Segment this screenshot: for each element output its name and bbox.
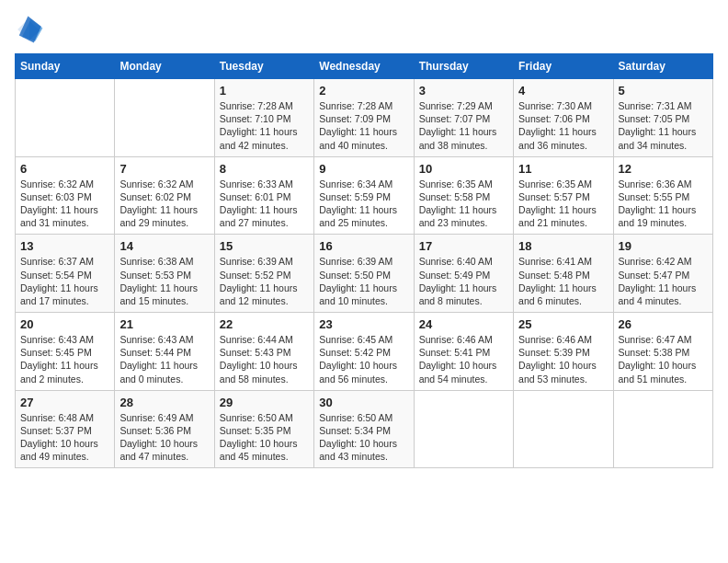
calendar-cell: [414, 390, 513, 468]
day-info: Sunrise: 6:46 AM Sunset: 5:39 PM Dayligh…: [518, 333, 608, 385]
calendar-cell: 5Sunrise: 7:31 AM Sunset: 7:05 PM Daylig…: [613, 79, 712, 157]
day-number: 15: [220, 239, 309, 253]
day-info: Sunrise: 6:44 AM Sunset: 5:43 PM Dayligh…: [220, 333, 309, 385]
day-info: Sunrise: 6:50 AM Sunset: 5:35 PM Dayligh…: [220, 411, 309, 464]
day-info: Sunrise: 6:42 AM Sunset: 5:47 PM Dayligh…: [619, 255, 708, 307]
day-info: Sunrise: 7:29 AM Sunset: 7:07 PM Dayligh…: [419, 99, 508, 152]
calendar-cell: [613, 390, 712, 468]
day-number: 9: [319, 162, 408, 176]
calendar-cell: 27Sunrise: 6:48 AM Sunset: 5:37 PM Dayli…: [16, 390, 115, 468]
calendar-cell: 19Sunrise: 6:42 AM Sunset: 5:47 PM Dayli…: [613, 235, 712, 313]
calendar-cell: 26Sunrise: 6:47 AM Sunset: 5:38 PM Dayli…: [613, 313, 712, 391]
calendar-cell: 29Sunrise: 6:50 AM Sunset: 5:35 PM Dayli…: [214, 390, 313, 468]
page-header: [15, 15, 713, 44]
day-number: 5: [619, 84, 708, 98]
calendar-cell: 14Sunrise: 6:38 AM Sunset: 5:53 PM Dayli…: [115, 235, 214, 313]
day-info: Sunrise: 7:30 AM Sunset: 7:06 PM Dayligh…: [518, 99, 608, 152]
calendar-cell: 3Sunrise: 7:29 AM Sunset: 7:07 PM Daylig…: [414, 79, 513, 157]
calendar-cell: 4Sunrise: 7:30 AM Sunset: 7:06 PM Daylig…: [514, 79, 613, 157]
day-info: Sunrise: 6:37 AM Sunset: 5:54 PM Dayligh…: [20, 255, 109, 307]
day-info: Sunrise: 6:32 AM Sunset: 6:03 PM Dayligh…: [20, 178, 109, 230]
day-number: 1: [220, 84, 309, 98]
day-number: 14: [119, 239, 209, 253]
day-info: Sunrise: 6:40 AM Sunset: 5:49 PM Dayligh…: [419, 255, 508, 307]
day-number: 20: [20, 317, 109, 331]
calendar-cell: 17Sunrise: 6:40 AM Sunset: 5:49 PM Dayli…: [414, 235, 513, 313]
day-info: Sunrise: 6:48 AM Sunset: 5:37 PM Dayligh…: [20, 411, 109, 464]
day-number: 19: [619, 239, 708, 253]
day-number: 21: [119, 317, 209, 331]
calendar-cell: 12Sunrise: 6:36 AM Sunset: 5:55 PM Dayli…: [613, 156, 712, 235]
calendar-cell: 9Sunrise: 6:34 AM Sunset: 5:59 PM Daylig…: [314, 156, 414, 235]
calendar-week-5: 27Sunrise: 6:48 AM Sunset: 5:37 PM Dayli…: [16, 390, 713, 468]
day-number: 3: [419, 84, 508, 98]
day-number: 28: [119, 396, 209, 409]
day-number: 4: [518, 84, 608, 98]
day-number: 12: [619, 162, 708, 176]
calendar-cell: 30Sunrise: 6:50 AM Sunset: 5:34 PM Dayli…: [314, 390, 414, 468]
day-info: Sunrise: 7:28 AM Sunset: 7:09 PM Dayligh…: [319, 99, 408, 152]
column-header-thursday: Thursday: [414, 54, 513, 79]
calendar-cell: 13Sunrise: 6:37 AM Sunset: 5:54 PM Dayli…: [16, 235, 115, 313]
calendar-week-3: 13Sunrise: 6:37 AM Sunset: 5:54 PM Dayli…: [16, 235, 713, 313]
day-info: Sunrise: 6:32 AM Sunset: 6:02 PM Dayligh…: [119, 178, 209, 230]
day-number: 16: [319, 239, 408, 253]
day-info: Sunrise: 6:34 AM Sunset: 5:59 PM Dayligh…: [319, 178, 408, 230]
calendar-cell: 8Sunrise: 6:33 AM Sunset: 6:01 PM Daylig…: [214, 156, 313, 235]
day-number: 11: [518, 162, 608, 176]
day-number: 30: [319, 396, 408, 409]
calendar-cell: 6Sunrise: 6:32 AM Sunset: 6:03 PM Daylig…: [16, 156, 115, 235]
calendar-cell: 23Sunrise: 6:45 AM Sunset: 5:42 PM Dayli…: [314, 313, 414, 391]
day-number: 27: [20, 396, 109, 409]
calendar-table: SundayMondayTuesdayWednesdayThursdayFrid…: [15, 53, 713, 468]
day-info: Sunrise: 6:45 AM Sunset: 5:42 PM Dayligh…: [319, 333, 408, 385]
column-header-saturday: Saturday: [613, 54, 712, 79]
calendar-cell: 11Sunrise: 6:35 AM Sunset: 5:57 PM Dayli…: [514, 156, 613, 235]
day-info: Sunrise: 6:35 AM Sunset: 5:57 PM Dayligh…: [518, 178, 608, 230]
calendar-cell: 21Sunrise: 6:43 AM Sunset: 5:44 PM Dayli…: [115, 313, 214, 391]
day-number: 26: [619, 317, 708, 331]
day-info: Sunrise: 6:39 AM Sunset: 5:50 PM Dayligh…: [319, 255, 408, 307]
day-number: 7: [119, 162, 209, 176]
calendar-cell: 20Sunrise: 6:43 AM Sunset: 5:45 PM Dayli…: [16, 313, 115, 391]
column-header-friday: Friday: [514, 54, 613, 79]
day-info: Sunrise: 6:33 AM Sunset: 6:01 PM Dayligh…: [220, 178, 309, 230]
calendar-cell: 1Sunrise: 7:28 AM Sunset: 7:10 PM Daylig…: [214, 79, 313, 157]
calendar-cell: 2Sunrise: 7:28 AM Sunset: 7:09 PM Daylig…: [314, 79, 414, 157]
calendar-cell: 7Sunrise: 6:32 AM Sunset: 6:02 PM Daylig…: [115, 156, 214, 235]
day-number: 23: [319, 317, 408, 331]
calendar-cell: 22Sunrise: 6:44 AM Sunset: 5:43 PM Dayli…: [214, 313, 313, 391]
calendar-week-2: 6Sunrise: 6:32 AM Sunset: 6:03 PM Daylig…: [16, 156, 713, 235]
column-header-sunday: Sunday: [16, 54, 115, 79]
calendar-cell: 10Sunrise: 6:35 AM Sunset: 5:58 PM Dayli…: [414, 156, 513, 235]
day-info: Sunrise: 6:50 AM Sunset: 5:34 PM Dayligh…: [319, 411, 408, 464]
calendar-header: SundayMondayTuesdayWednesdayThursdayFrid…: [16, 54, 713, 79]
day-info: Sunrise: 7:31 AM Sunset: 7:05 PM Dayligh…: [619, 99, 708, 152]
day-info: Sunrise: 6:46 AM Sunset: 5:41 PM Dayligh…: [419, 333, 508, 385]
column-header-monday: Monday: [115, 54, 214, 79]
logo: [15, 15, 48, 44]
day-number: 6: [20, 162, 109, 176]
day-info: Sunrise: 7:28 AM Sunset: 7:10 PM Dayligh…: [220, 99, 309, 152]
calendar-week-4: 20Sunrise: 6:43 AM Sunset: 5:45 PM Dayli…: [16, 313, 713, 391]
day-info: Sunrise: 6:39 AM Sunset: 5:52 PM Dayligh…: [220, 255, 309, 307]
calendar-cell: 25Sunrise: 6:46 AM Sunset: 5:39 PM Dayli…: [514, 313, 613, 391]
header-row: SundayMondayTuesdayWednesdayThursdayFrid…: [16, 54, 713, 79]
day-info: Sunrise: 6:35 AM Sunset: 5:58 PM Dayligh…: [419, 178, 508, 230]
day-number: 8: [220, 162, 309, 176]
calendar-cell: [514, 390, 613, 468]
calendar-cell: [16, 79, 115, 157]
day-number: 24: [419, 317, 508, 331]
day-info: Sunrise: 6:49 AM Sunset: 5:36 PM Dayligh…: [119, 411, 209, 464]
day-number: 22: [220, 317, 309, 331]
day-number: 29: [220, 396, 309, 409]
day-info: Sunrise: 6:41 AM Sunset: 5:48 PM Dayligh…: [518, 255, 608, 307]
day-info: Sunrise: 6:36 AM Sunset: 5:55 PM Dayligh…: [619, 178, 708, 230]
day-number: 18: [518, 239, 608, 253]
column-header-wednesday: Wednesday: [314, 54, 414, 79]
calendar-week-1: 1Sunrise: 7:28 AM Sunset: 7:10 PM Daylig…: [16, 79, 713, 157]
day-number: 25: [518, 317, 608, 331]
calendar-cell: 16Sunrise: 6:39 AM Sunset: 5:50 PM Dayli…: [314, 235, 414, 313]
day-info: Sunrise: 6:47 AM Sunset: 5:38 PM Dayligh…: [619, 333, 708, 385]
day-number: 2: [319, 84, 408, 98]
